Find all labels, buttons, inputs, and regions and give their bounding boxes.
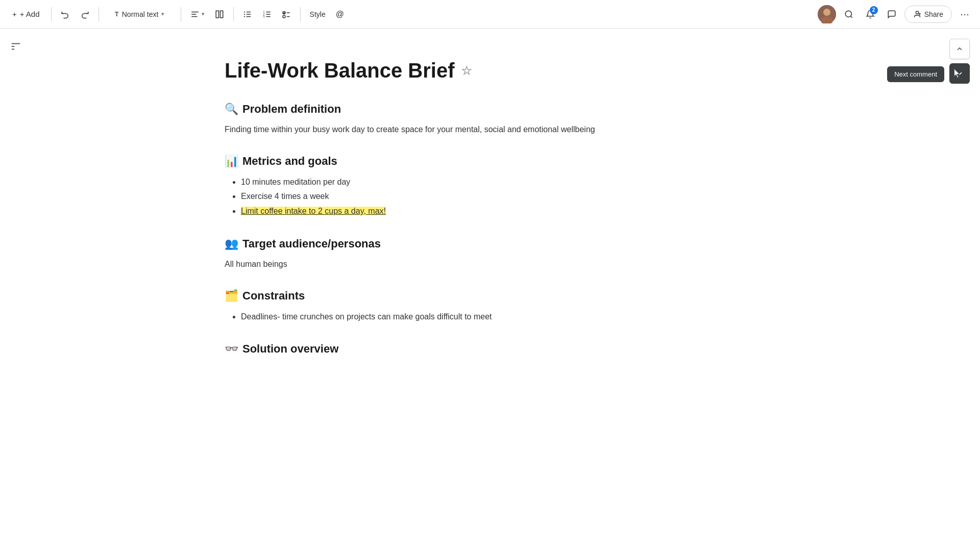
svg-rect-19: [283, 15, 285, 18]
undo-button[interactable]: [57, 5, 74, 23]
bullet-list-button[interactable]: [239, 5, 256, 23]
svg-point-8: [243, 11, 244, 12]
add-label: + Add: [20, 10, 40, 18]
mention-icon: @: [336, 10, 344, 19]
list-item: Limit coffee intake to 2 cups a day, max…: [241, 204, 766, 219]
metrics-emoji: 📊: [225, 155, 238, 168]
redo-icon: [80, 10, 89, 19]
checklist-button[interactable]: [278, 5, 295, 23]
section-constraints: 🗂️ Constraints Deadlines- time crunches …: [225, 289, 766, 324]
share-person-icon: [913, 10, 921, 18]
audience-emoji: 👥: [225, 237, 238, 251]
search-button[interactable]: [840, 5, 857, 23]
text-icon: T: [115, 10, 119, 18]
section-solution-heading: 👓 Solution overview: [225, 342, 766, 356]
metrics-bullet-list: 10 minutes meditation per day Exercise 4…: [225, 175, 766, 219]
share-label: Share: [924, 10, 943, 18]
list-item: Deadlines- time crunches on projects can…: [241, 310, 766, 324]
notification-badge: 2: [870, 6, 878, 14]
svg-point-24: [845, 11, 851, 17]
section-problem-body: Finding time within your busy work day t…: [225, 123, 766, 136]
document-title: Life-Work Balance Brief ☆: [225, 59, 766, 82]
comment-navigation: Next comment: [949, 39, 970, 84]
toolbar-right: 2 Share ⋯: [818, 5, 974, 23]
list-item: 10 minutes meditation per day: [241, 175, 766, 190]
svg-point-26: [916, 11, 918, 14]
divider-5: [300, 7, 301, 21]
sidebar-toggle-button[interactable]: [8, 39, 23, 56]
search-icon: [844, 10, 853, 19]
text-style-button[interactable]: T Normal text ▾: [104, 5, 176, 23]
comments-button[interactable]: [883, 5, 900, 23]
svg-rect-3: [216, 11, 218, 18]
mention-button[interactable]: @: [332, 5, 348, 23]
add-button[interactable]: + + Add: [6, 5, 46, 23]
divider-3: [181, 7, 181, 21]
numbered-list-button[interactable]: 1 2 3: [258, 5, 276, 23]
more-icon: ⋯: [960, 9, 970, 20]
divider-1: [51, 7, 52, 21]
chevron-down-icon: [955, 69, 964, 78]
sidebar-icon: [10, 41, 21, 52]
section-constraints-heading: 🗂️ Constraints: [225, 289, 766, 303]
text-style-chevron-icon: ▾: [161, 11, 164, 17]
style-label: Style: [310, 10, 326, 18]
redo-button[interactable]: [76, 5, 93, 23]
constraints-bullet-list: Deadlines- time crunches on projects can…: [225, 310, 766, 324]
style-button[interactable]: Style: [306, 5, 330, 23]
svg-line-25: [850, 16, 852, 17]
chevron-up-icon: [955, 45, 964, 53]
section-audience-body: All human beings: [225, 258, 766, 271]
main-container: Life-Work Balance Brief ☆ 🔍 Problem defi…: [0, 29, 980, 551]
add-icon: +: [12, 10, 17, 18]
next-comment-tooltip-label: Next comment: [894, 70, 937, 78]
divider-4: [233, 7, 234, 21]
more-options-button[interactable]: ⋯: [956, 5, 974, 23]
section-solution: 👓 Solution overview: [225, 342, 766, 356]
next-comment-tooltip: Next comment: [887, 66, 944, 82]
align-icon: [190, 10, 200, 19]
section-metrics-heading: 📊 Metrics and goals: [225, 155, 766, 168]
divider-2: [99, 7, 99, 21]
favorite-star-icon[interactable]: ☆: [461, 64, 472, 78]
notification-button: [840, 5, 857, 23]
comments-icon: [887, 10, 896, 19]
next-comment-button[interactable]: [949, 63, 970, 84]
avatar-image: [818, 5, 836, 23]
avatar[interactable]: [818, 5, 836, 23]
toolbar: + + Add T Normal text ▾ ▾: [0, 0, 980, 29]
svg-point-10: [243, 16, 244, 17]
checklist-icon: [282, 10, 291, 19]
section-problem-heading: 🔍 Problem definition: [225, 103, 766, 116]
align-button[interactable]: ▾: [186, 5, 209, 23]
numbered-list-icon: 1 2 3: [262, 10, 272, 19]
align-chevron-icon: ▾: [202, 11, 205, 17]
document-area: Life-Work Balance Brief ☆ 🔍 Problem defi…: [184, 29, 796, 551]
undo-icon: [61, 10, 70, 19]
section-audience-heading: 👥 Target audience/personas: [225, 237, 766, 251]
list-item: Exercise 4 times a week: [241, 189, 766, 204]
solution-emoji: 👓: [225, 342, 238, 356]
svg-rect-4: [220, 11, 223, 18]
svg-point-9: [243, 13, 244, 14]
problem-emoji: 🔍: [225, 103, 238, 116]
notifications-button[interactable]: 2: [862, 5, 879, 23]
text-style-label: Normal text: [122, 10, 159, 18]
bullet-list-icon: [243, 10, 252, 19]
section-problem: 🔍 Problem definition Finding time within…: [225, 103, 766, 136]
section-metrics: 📊 Metrics and goals 10 minutes meditatio…: [225, 155, 766, 219]
next-comment-container: Next comment: [949, 63, 970, 84]
share-button[interactable]: Share: [904, 6, 952, 23]
columns-icon: [215, 10, 224, 19]
section-audience: 👥 Target audience/personas All human bei…: [225, 237, 766, 271]
svg-text:3: 3: [263, 15, 264, 18]
prev-comment-button[interactable]: [949, 39, 970, 59]
svg-point-22: [823, 9, 830, 16]
columns-button[interactable]: [211, 5, 228, 23]
constraints-emoji: 🗂️: [225, 289, 238, 303]
highlighted-bullet: Limit coffee intake to 2 cups a day, max…: [241, 207, 386, 215]
